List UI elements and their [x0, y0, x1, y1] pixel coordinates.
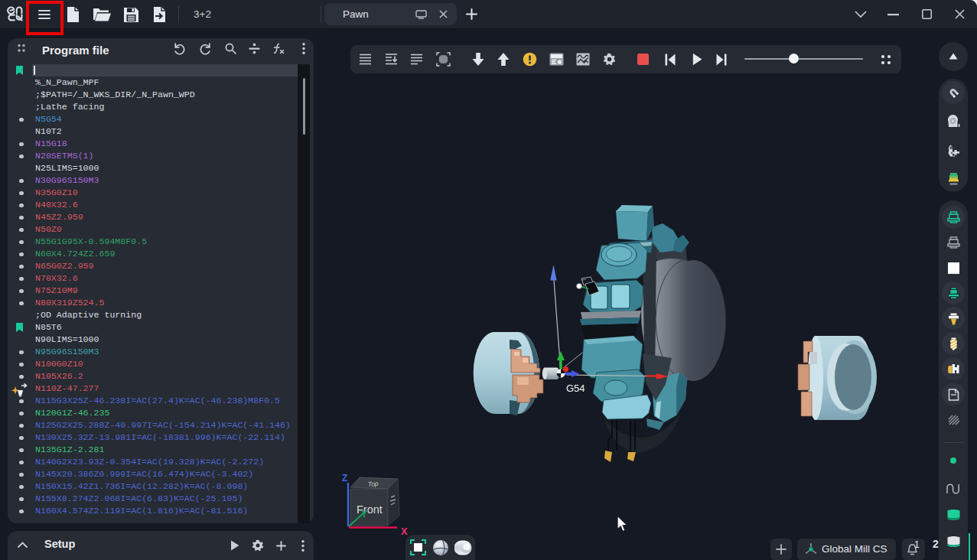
- svg-text:X: X: [401, 526, 408, 537]
- svg-text:Z: Z: [342, 473, 347, 483]
- svg-text:Top: Top: [367, 480, 379, 488]
- svg-text:G54: G54: [566, 383, 585, 394]
- svg-text:Y: Y: [361, 509, 367, 519]
